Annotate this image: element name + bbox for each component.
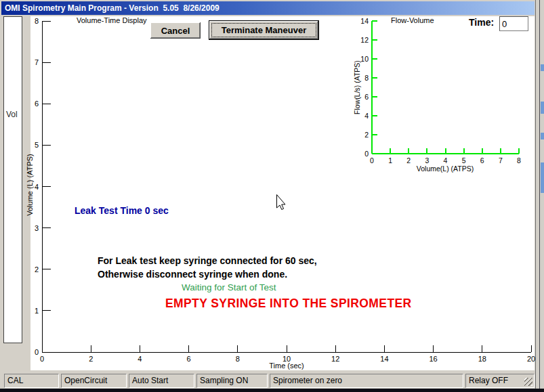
svg-text:2: 2 <box>406 156 411 165</box>
svg-text:6: 6 <box>35 100 39 108</box>
background-fragment <box>541 64 544 71</box>
svg-text:10: 10 <box>360 55 369 63</box>
waiting-status-text: Waiting for Start of Test <box>182 282 276 292</box>
status-panel-cal: CAL <box>4 374 59 388</box>
svg-text:16: 16 <box>429 355 437 363</box>
svg-text:0: 0 <box>370 156 374 165</box>
svg-text:4: 4 <box>364 112 369 120</box>
svg-text:3: 3 <box>425 156 429 165</box>
time-label: Time: <box>469 17 494 28</box>
charts-layer: 0123456780246810121416182002468101214012… <box>0 0 544 392</box>
svg-text:6: 6 <box>364 93 369 101</box>
status-panel-relay: Relay OFF <box>465 374 535 388</box>
bottom-edge-strip <box>0 389 544 392</box>
svg-text:4: 4 <box>444 156 448 165</box>
time-input[interactable] <box>499 16 528 31</box>
svg-text:18: 18 <box>478 355 486 363</box>
svg-text:14: 14 <box>360 17 369 25</box>
svg-text:2: 2 <box>364 131 369 139</box>
status-panel-autostart: Auto Start <box>129 374 194 388</box>
mouse-cursor-icon <box>276 194 287 211</box>
instruction-line2: Otherwise disconnect syringe when done. <box>98 269 287 280</box>
svg-text:8: 8 <box>364 74 369 82</box>
time-axis-label: Time (sec) <box>219 362 354 370</box>
flow-volume-y-axis-label: Flow(L/s) (ATPS) <box>353 20 361 155</box>
svg-text:0: 0 <box>40 355 44 363</box>
instruction-line1: For Leak test keep syringe connected for… <box>98 255 317 266</box>
status-relay-text: Relay OFF <box>469 376 508 385</box>
svg-text:12: 12 <box>360 36 369 44</box>
status-bar: CAL OpenCircuit Auto Start Sampling ON S… <box>0 373 536 389</box>
flow-volume-chart-title: Flow-Volume <box>391 16 434 24</box>
svg-text:6: 6 <box>187 355 191 363</box>
status-panel-sampling: Sampling ON <box>196 374 268 388</box>
svg-text:5: 5 <box>35 141 39 149</box>
leak-test-time-text: Leak Test Time 0 sec <box>75 205 169 216</box>
svg-text:0: 0 <box>364 150 369 158</box>
app-window: OMI Spirometry Main Program - Version 5.… <box>0 0 536 389</box>
svg-text:20: 20 <box>527 355 535 363</box>
svg-text:6: 6 <box>480 156 484 165</box>
svg-text:8: 8 <box>35 17 39 25</box>
svg-text:1: 1 <box>388 156 392 165</box>
terminate-maneuver-button[interactable]: Terminate Maneuver <box>209 20 319 40</box>
window-edge-line <box>539 0 540 389</box>
svg-text:14: 14 <box>380 355 388 363</box>
svg-text:4: 4 <box>35 183 39 191</box>
svg-text:5: 5 <box>462 156 466 165</box>
background-fragment <box>541 162 544 193</box>
svg-text:2: 2 <box>89 355 93 363</box>
terminate-maneuver-label: Terminate Maneuver <box>211 23 316 37</box>
svg-text:3: 3 <box>35 224 39 232</box>
svg-text:2: 2 <box>35 265 39 274</box>
cancel-button[interactable]: Cancel <box>150 22 201 39</box>
svg-text:8: 8 <box>517 156 521 165</box>
resize-grip-icon[interactable] <box>524 378 532 386</box>
svg-text:0: 0 <box>35 348 39 356</box>
background-window-sliver <box>536 0 544 389</box>
svg-text:4: 4 <box>138 355 142 363</box>
svg-text:7: 7 <box>499 156 503 165</box>
flow-volume-x-axis-label: Volume(L) (ATPS) <box>377 165 513 173</box>
status-panel-spirometer: Spirometer on zero <box>270 374 463 388</box>
svg-text:7: 7 <box>35 58 39 66</box>
background-fragment <box>541 102 544 114</box>
volume-axis-label: Volume (L) (ATPS) <box>26 117 34 253</box>
volume-time-chart-title: Volume-Time Display <box>77 16 147 24</box>
status-panel-circuit: OpenCircuit <box>61 374 127 388</box>
background-fragment <box>541 133 544 139</box>
empty-syringe-alert-text: EMPTY SYRINGE INTO THE SPIROMETER <box>165 297 412 311</box>
svg-text:1: 1 <box>35 307 39 315</box>
